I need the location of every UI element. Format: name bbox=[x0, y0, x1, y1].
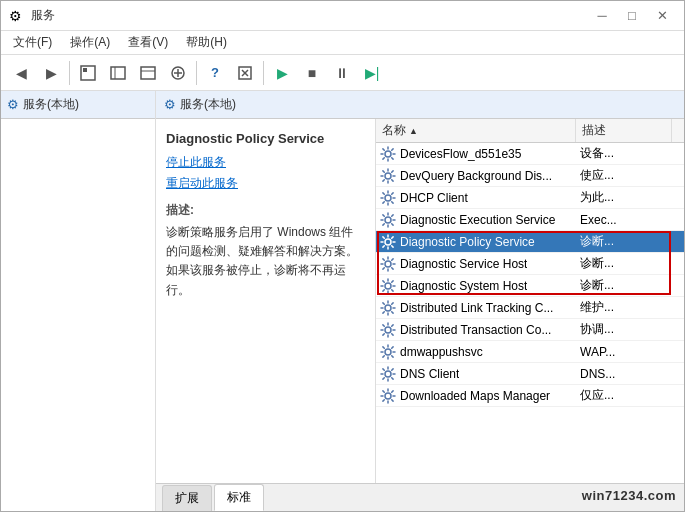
service-desc-cell: 仅应... bbox=[576, 385, 684, 406]
main-window: ⚙ 服务 ─ □ ✕ 文件(F) 操作(A) 查看(V) 帮助(H) ◀ ▶ bbox=[0, 0, 685, 512]
service-desc-cell: DNS... bbox=[576, 363, 684, 384]
restart-service-link[interactable]: 重启动此服务 bbox=[166, 175, 365, 192]
tab-expand[interactable]: 扩展 bbox=[162, 485, 212, 511]
description-pane: Diagnostic Policy Service 停止此服务 重启动此服务 描… bbox=[156, 119, 376, 483]
svg-point-12 bbox=[385, 173, 391, 179]
forward-button[interactable]: ▶ bbox=[37, 59, 65, 87]
tab-standard[interactable]: 标准 bbox=[214, 484, 264, 511]
svg-point-11 bbox=[385, 151, 391, 157]
service-name-cell: Diagnostic System Host bbox=[376, 275, 576, 296]
right-content: Diagnostic Policy Service 停止此服务 重启动此服务 描… bbox=[156, 119, 684, 483]
list-item[interactable]: Downloaded Maps Manager仅应... bbox=[376, 385, 684, 407]
left-panel-icon: ⚙ bbox=[7, 97, 19, 112]
sort-arrow: ▲ bbox=[409, 126, 418, 136]
toolbar-separator-3 bbox=[263, 61, 264, 85]
list-item[interactable]: DevicesFlow_d551e35设备... bbox=[376, 143, 684, 165]
service-desc-cell: 为此... bbox=[576, 187, 684, 208]
right-panel-header: ⚙ 服务(本地) bbox=[156, 91, 684, 119]
svg-rect-1 bbox=[83, 68, 87, 72]
list-item[interactable]: Distributed Link Tracking C...维护... bbox=[376, 297, 684, 319]
service-name-cell: DevQuery Background Dis... bbox=[376, 165, 576, 186]
service-desc-cell: 设备... bbox=[576, 143, 684, 164]
svg-point-14 bbox=[385, 217, 391, 223]
svg-point-13 bbox=[385, 195, 391, 201]
toolbar-separator-1 bbox=[69, 61, 70, 85]
service-name-cell: dmwappushsvc bbox=[376, 341, 576, 362]
list-item[interactable]: Diagnostic Service Host诊断... bbox=[376, 253, 684, 275]
step-button[interactable]: ▶| bbox=[358, 59, 386, 87]
desc-label: 描述: bbox=[166, 202, 365, 219]
left-panel-header: ⚙ 服务(本地) bbox=[1, 91, 155, 119]
app-icon: ⚙ bbox=[9, 8, 25, 24]
list-item[interactable]: DHCP Client为此... bbox=[376, 187, 684, 209]
service-desc-cell: 使应... bbox=[576, 165, 684, 186]
toolbar-separator-2 bbox=[196, 61, 197, 85]
service-desc-cell: 维护... bbox=[576, 297, 684, 318]
stop-service-link[interactable]: 停止此服务 bbox=[166, 154, 365, 171]
window-title: 服务 bbox=[31, 7, 55, 24]
toolbar-btn-2[interactable] bbox=[104, 59, 132, 87]
service-title: Diagnostic Policy Service bbox=[166, 131, 365, 146]
service-name-cell: DHCP Client bbox=[376, 187, 576, 208]
toolbar-btn-5[interactable] bbox=[231, 59, 259, 87]
col-desc-header[interactable]: 描述 bbox=[576, 119, 672, 142]
stop-button[interactable]: ■ bbox=[298, 59, 326, 87]
pause-button[interactable]: ⏸ bbox=[328, 59, 356, 87]
toolbar-btn-3[interactable] bbox=[134, 59, 162, 87]
service-desc-cell: 诊断... bbox=[576, 253, 684, 274]
table-header: 名称 ▲ 描述 bbox=[376, 119, 684, 143]
menu-view[interactable]: 查看(V) bbox=[120, 32, 176, 53]
right-panel-icon: ⚙ bbox=[164, 97, 176, 112]
svg-point-20 bbox=[385, 349, 391, 355]
service-name-cell: Diagnostic Execution Service bbox=[376, 209, 576, 230]
menu-action[interactable]: 操作(A) bbox=[62, 32, 118, 53]
minimize-button[interactable]: ─ bbox=[588, 5, 616, 27]
left-panel-title: 服务(本地) bbox=[23, 96, 79, 113]
svg-point-16 bbox=[385, 261, 391, 267]
toolbar-btn-4[interactable] bbox=[164, 59, 192, 87]
main-area: ⚙ 服务(本地) ⚙ 服务(本地) Diagnostic Policy Serv… bbox=[1, 91, 684, 511]
left-panel: ⚙ 服务(本地) bbox=[1, 91, 156, 511]
toolbar-btn-1[interactable] bbox=[74, 59, 102, 87]
service-desc-cell: 诊断... bbox=[576, 275, 684, 296]
back-button[interactable]: ◀ bbox=[7, 59, 35, 87]
maximize-button[interactable]: □ bbox=[618, 5, 646, 27]
service-name-cell: Distributed Transaction Co... bbox=[376, 319, 576, 340]
service-desc-cell: WAP... bbox=[576, 341, 684, 362]
title-bar: ⚙ 服务 ─ □ ✕ bbox=[1, 1, 684, 31]
col-name-header[interactable]: 名称 ▲ bbox=[376, 119, 576, 142]
svg-point-15 bbox=[385, 239, 391, 245]
svg-point-22 bbox=[385, 393, 391, 399]
service-name-cell: DevicesFlow_d551e35 bbox=[376, 143, 576, 164]
service-name-cell: Downloaded Maps Manager bbox=[376, 385, 576, 406]
list-item[interactable]: DevQuery Background Dis...使应... bbox=[376, 165, 684, 187]
menu-bar: 文件(F) 操作(A) 查看(V) 帮助(H) bbox=[1, 31, 684, 55]
svg-rect-2 bbox=[111, 67, 125, 79]
right-panel: ⚙ 服务(本地) Diagnostic Policy Service 停止此服务… bbox=[156, 91, 684, 511]
svg-rect-4 bbox=[141, 67, 155, 79]
list-item[interactable]: dmwappushsvcWAP... bbox=[376, 341, 684, 363]
watermark: win71234.com bbox=[582, 488, 676, 503]
list-item[interactable]: Distributed Transaction Co...协调... bbox=[376, 319, 684, 341]
svg-point-17 bbox=[385, 283, 391, 289]
service-name-cell: Distributed Link Tracking C... bbox=[376, 297, 576, 318]
services-pane: 名称 ▲ 描述 DevicesFlow_d551e35设备... DevQu bbox=[376, 119, 684, 483]
list-item[interactable]: Diagnostic Execution ServiceExec... bbox=[376, 209, 684, 231]
list-item[interactable]: DNS ClientDNS... bbox=[376, 363, 684, 385]
service-desc-cell: 协调... bbox=[576, 319, 684, 340]
service-desc-cell: 诊断... bbox=[576, 231, 684, 252]
list-item[interactable]: Diagnostic Policy Service诊断... bbox=[376, 231, 684, 253]
service-name-cell: Diagnostic Policy Service bbox=[376, 231, 576, 252]
service-name-cell: DNS Client bbox=[376, 363, 576, 384]
title-bar-left: ⚙ 服务 bbox=[9, 7, 55, 24]
play-button[interactable]: ▶ bbox=[268, 59, 296, 87]
list-item[interactable]: Diagnostic System Host诊断... bbox=[376, 275, 684, 297]
service-desc-cell: Exec... bbox=[576, 209, 684, 230]
right-panel-title: 服务(本地) bbox=[180, 96, 236, 113]
menu-file[interactable]: 文件(F) bbox=[5, 32, 60, 53]
menu-help[interactable]: 帮助(H) bbox=[178, 32, 235, 53]
close-button[interactable]: ✕ bbox=[648, 5, 676, 27]
service-name-cell: Diagnostic Service Host bbox=[376, 253, 576, 274]
services-list[interactable]: DevicesFlow_d551e35设备... DevQuery Backgr… bbox=[376, 143, 684, 483]
help-button[interactable]: ? bbox=[201, 59, 229, 87]
